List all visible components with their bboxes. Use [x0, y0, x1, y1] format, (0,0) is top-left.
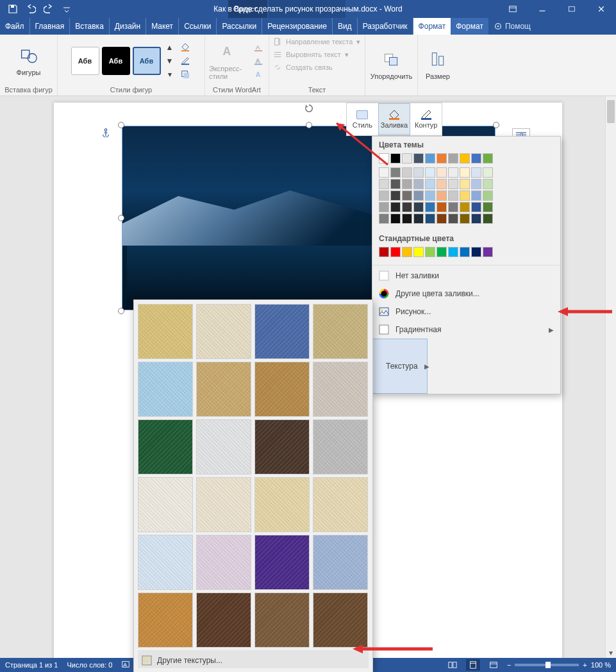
texture-swatch[interactable] [196, 304, 251, 359]
color-swatch[interactable] [437, 190, 447, 201]
color-swatch[interactable] [413, 214, 424, 224]
tab-home[interactable]: Главная [30, 18, 71, 35]
text-fill-button[interactable]: A [252, 42, 265, 53]
color-swatch[interactable] [471, 214, 481, 224]
texture-swatch[interactable] [196, 419, 251, 475]
web-layout-button[interactable] [487, 659, 501, 671]
color-swatch[interactable] [437, 214, 447, 224]
color-swatch[interactable] [402, 190, 412, 201]
zoom-slider[interactable] [515, 664, 579, 666]
color-swatch[interactable] [483, 179, 493, 189]
shape-fill-button[interactable] [179, 42, 192, 53]
tell-me-button[interactable]: Помощ [488, 18, 536, 35]
texture-swatch[interactable] [254, 592, 310, 648]
qat-more-button[interactable] [58, 0, 76, 18]
color-swatch[interactable] [448, 167, 458, 178]
tab-format-picture[interactable]: Формат [451, 18, 488, 35]
resize-handle-ne[interactable] [493, 122, 499, 128]
color-swatch[interactable] [437, 167, 447, 178]
shape-style-preset-1[interactable]: Абв [71, 47, 99, 75]
color-swatch[interactable] [471, 153, 481, 164]
texture-swatch[interactable] [196, 592, 251, 648]
color-swatch[interactable] [448, 247, 458, 257]
zoom-thumb[interactable] [545, 662, 551, 668]
more-fill-colors-item[interactable]: Другие цвета заливки... [372, 285, 560, 303]
texture-swatch[interactable] [254, 419, 310, 475]
color-swatch[interactable] [402, 167, 412, 178]
color-swatch[interactable] [471, 190, 481, 201]
close-button[interactable] [587, 0, 616, 18]
shape-style-preset-2[interactable]: Абв [102, 47, 130, 75]
ribbon-display-options-button[interactable] [498, 0, 528, 18]
tab-review[interactable]: Рецензирование [262, 18, 333, 35]
spellcheck-button[interactable] [121, 660, 130, 670]
color-swatch[interactable] [390, 202, 401, 212]
color-swatch[interactable] [425, 202, 435, 212]
text-outline-button[interactable]: A [252, 55, 265, 67]
color-swatch[interactable] [379, 247, 389, 257]
gallery-down-button[interactable]: ▼ [163, 55, 176, 67]
color-swatch[interactable] [483, 167, 493, 178]
color-swatch[interactable] [390, 214, 401, 224]
resize-handle-n[interactable] [306, 122, 312, 128]
color-swatch[interactable] [379, 214, 389, 224]
color-swatch[interactable] [483, 214, 493, 224]
color-swatch[interactable] [460, 153, 470, 164]
color-swatch[interactable] [460, 179, 470, 189]
tab-layout[interactable]: Макет [146, 18, 179, 35]
tab-references[interactable]: Ссылки [179, 18, 217, 35]
gallery-up-button[interactable]: ▲ [163, 42, 176, 53]
color-swatch[interactable] [448, 153, 458, 164]
wordart-quick-styles-button[interactable]: A Экспресс-стили [209, 42, 249, 80]
color-swatch[interactable] [448, 179, 458, 189]
read-mode-button[interactable] [445, 659, 460, 671]
color-swatch[interactable] [413, 153, 424, 164]
color-swatch[interactable] [402, 179, 412, 189]
vertical-scrollbar[interactable]: ▴ ▾ [605, 96, 616, 658]
color-swatch[interactable] [448, 190, 458, 201]
color-swatch[interactable] [379, 167, 389, 178]
minimize-button[interactable] [528, 0, 557, 18]
color-swatch[interactable] [390, 167, 401, 178]
color-swatch[interactable] [471, 247, 481, 257]
color-swatch[interactable] [448, 202, 458, 212]
gallery-more-button[interactable]: ▾ [163, 69, 176, 80]
align-text-button[interactable]: Выровнять текст ▾ [273, 50, 349, 59]
texture-swatch[interactable] [254, 535, 310, 590]
texture-swatch[interactable] [254, 304, 310, 359]
texture-swatch[interactable] [138, 304, 193, 359]
color-swatch[interactable] [425, 214, 435, 224]
text-effects-button[interactable]: A [252, 69, 265, 80]
texture-fill-item[interactable]: Текстура ▶ [372, 339, 428, 394]
zoom-level[interactable]: 100 % [591, 661, 611, 669]
texture-swatch[interactable] [313, 477, 368, 532]
zoom-out-button[interactable]: − [507, 661, 511, 669]
mini-outline-button[interactable]: Контур [410, 103, 442, 135]
scroll-down-button[interactable]: ▾ [606, 647, 616, 658]
color-swatch[interactable] [402, 247, 412, 257]
color-swatch[interactable] [471, 202, 481, 212]
color-swatch[interactable] [390, 247, 401, 257]
texture-swatch[interactable] [313, 304, 368, 359]
color-swatch[interactable] [402, 202, 412, 212]
texture-swatch[interactable] [196, 477, 251, 532]
color-swatch[interactable] [379, 202, 389, 212]
color-swatch[interactable] [413, 167, 424, 178]
color-swatch[interactable] [437, 247, 447, 257]
tab-developer[interactable]: Разработчик [358, 18, 413, 35]
color-swatch[interactable] [390, 190, 401, 201]
texture-swatch[interactable] [138, 419, 193, 475]
tab-mailings[interactable]: Рассылки [217, 18, 262, 35]
maximize-button[interactable] [557, 0, 587, 18]
resize-handle-nw[interactable] [118, 122, 124, 128]
tab-file[interactable]: Файл [0, 18, 30, 35]
color-swatch[interactable] [402, 153, 412, 164]
resize-handle-sw[interactable] [118, 308, 124, 314]
texture-swatch[interactable] [196, 362, 251, 417]
color-swatch[interactable] [460, 167, 470, 178]
color-swatch[interactable] [413, 202, 424, 212]
tab-design[interactable]: Дизайн [110, 18, 146, 35]
undo-button[interactable] [22, 0, 40, 18]
color-swatch[interactable] [460, 214, 470, 224]
color-swatch[interactable] [483, 247, 493, 257]
